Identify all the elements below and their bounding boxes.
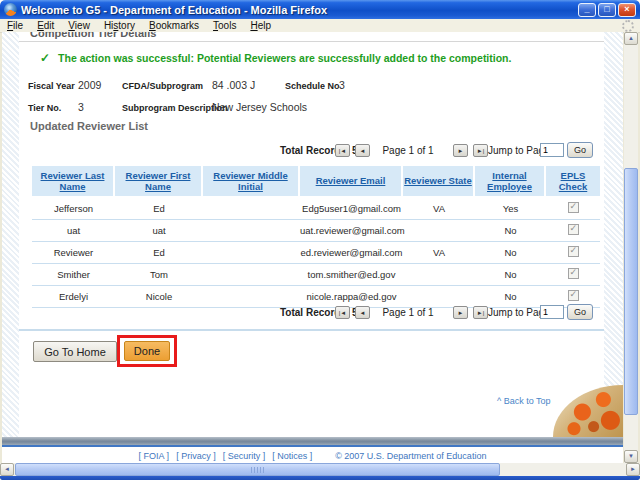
classroom-desks-image [553,385,623,437]
cell-first-name: Ed [115,198,203,219]
cell-email: Edg5user1@gmail.com [300,198,403,219]
table-header-row: Reviewer Last Name Reviewer First Name R… [32,166,600,196]
cfda-label: CFDA/Subprogram [122,81,203,91]
maximize-button[interactable]: □ [598,3,616,17]
vertical-scrollbar[interactable]: ▲ ▼ [624,32,638,463]
footer-link-privacy[interactable]: [ Privacy ] [176,451,216,461]
window-bottom-border [0,476,640,480]
jump-to-page-input[interactable] [540,143,564,157]
scroll-up-button[interactable]: ▲ [624,32,638,45]
table-row: Jefferson Ed Edg5user1@gmail.com VA Yes [32,198,600,220]
table-body: Jefferson Ed Edg5user1@gmail.com VA Yes … [32,198,600,308]
vertical-scrollbar-thumb[interactable] [624,168,638,415]
pager-first-button[interactable]: |◄ [335,144,350,157]
go-button[interactable]: Go [567,304,593,320]
bottom-gradient-bar [2,437,623,445]
cell-last-name: Smither [32,264,115,285]
epls-checkbox[interactable] [568,246,579,257]
divider [19,329,604,331]
page-indicator: Page 1 of 1 [378,145,438,156]
list-title: Updated Reviewer List [30,120,148,132]
cell-last-name: Jefferson [32,198,115,219]
minimize-button[interactable]: _ [578,3,596,17]
cell-internal-employee: No [475,220,546,241]
footer-link-security[interactable]: [ Security ] [223,451,266,461]
menu-item-history[interactable]: History [97,19,142,32]
table-row: uat uat uat.reviewer@gmail.com No [32,220,600,242]
cell-email: uat.reviewer@gmail.com [300,220,403,241]
column-header-reviewer-email[interactable]: Reviewer Email [300,166,403,196]
scroll-right-button[interactable]: ► [626,463,640,476]
pagination-top: Total Records: 5 |◄ ◄ Page 1 of 1 ► ►| J… [2,142,623,160]
cell-first-name: Tom [115,264,203,285]
pager-last-button[interactable]: ►| [473,144,488,157]
column-header-reviewer-state[interactable]: Reviewer State [403,166,475,196]
pager-last-button[interactable]: ►| [473,306,488,319]
done-button[interactable]: Done [124,341,170,361]
throbber-icon [622,20,634,32]
scroll-left-button[interactable]: ◄ [0,463,14,476]
left-stripe-decoration [2,32,19,437]
cell-email: ed.reviewer@gmail.com [300,242,403,263]
menu-bar: FileEditViewHistoryBookmarksToolsHelp [0,19,640,33]
scroll-down-button[interactable]: ▼ [624,450,638,463]
pager-prev-button[interactable]: ◄ [355,144,370,157]
tier-no-label: Tier No. [28,103,61,113]
page-indicator: Page 1 of 1 [378,307,438,318]
horizontal-scrollbar[interactable]: ◄ ► [0,463,640,476]
check-icon: ✓ [40,51,50,65]
menu-item-tools[interactable]: Tools [206,19,243,32]
cell-state [403,264,475,285]
back-to-top-link[interactable]: ^ Back to Top [497,396,551,406]
cell-internal-employee: Yes [475,198,546,219]
title-bar[interactable]: Welcome to G5 - Department of Education … [0,0,640,19]
menu-item-edit[interactable]: Edit [30,19,61,32]
schedule-no-value: 3 [339,79,345,91]
cell-email: tom.smither@ed.gov [300,264,403,285]
pager-next-button[interactable]: ► [453,306,468,319]
fiscal-year-label: Fiscal Year [28,81,75,91]
menu-item-view[interactable]: View [61,19,97,32]
footer: [ FOIA ] [ Privacy ] [ Security ] [ Noti… [2,451,623,461]
column-header-reviewer-last-name[interactable]: Reviewer Last Name [32,166,115,196]
epls-checkbox[interactable] [568,268,579,279]
cell-first-name: uat [115,220,203,241]
pager-prev-button[interactable]: ◄ [355,306,370,319]
go-button[interactable]: Go [567,142,593,158]
schedule-no-label: Schedule No [285,81,340,91]
epls-checkbox[interactable] [568,224,579,235]
success-message: ✓The action was successful: Potential Re… [40,51,511,65]
pagination-bottom: Total Records: 5 |◄ ◄ Page 1 of 1 ► ►| J… [2,304,623,322]
epls-checkbox[interactable] [568,290,579,301]
browser-window: Welcome to G5 - Department of Education … [0,0,640,480]
section-title: Competition Tier Details [30,32,156,39]
copyright-text: © 2007 U.S. Department of Education [335,451,486,461]
cell-middle-initial [203,198,300,219]
epls-checkbox[interactable] [568,202,579,213]
cell-internal-employee: No [475,242,546,263]
pager-next-button[interactable]: ► [453,144,468,157]
subprogram-description-value: New Jersey Schools [212,101,307,113]
table-row: Smither Tom tom.smither@ed.gov No [32,264,600,286]
go-to-home-button[interactable]: Go To Home [33,341,117,362]
cell-last-name: Reviewer [32,242,115,263]
menu-item-file[interactable]: File [0,19,30,32]
column-header-reviewer-middle-initial[interactable]: Reviewer Middle Initial [203,166,300,196]
jump-to-page-input[interactable] [540,305,564,319]
horizontal-scrollbar-thumb[interactable] [15,463,500,476]
pager-first-button[interactable]: |◄ [335,306,350,319]
column-header-epls-check[interactable]: EPLS Check [546,166,600,196]
cell-middle-initial [203,264,300,285]
cell-state [403,220,475,241]
table-row: Reviewer Ed ed.reviewer@gmail.com VA No [32,242,600,264]
column-header-reviewer-first-name[interactable]: Reviewer First Name [115,166,203,196]
footer-link-notices[interactable]: [ Notices ] [272,451,312,461]
column-header-internal-employee[interactable]: Internal Employee [475,166,546,196]
close-button[interactable]: × [618,3,636,17]
cell-middle-initial [203,242,300,263]
menu-item-bookmarks[interactable]: Bookmarks [142,19,206,32]
footer-link-foia[interactable]: [ FOIA ] [139,451,170,461]
firefox-icon[interactable] [4,3,17,16]
cell-middle-initial [203,220,300,241]
menu-item-help[interactable]: Help [243,19,278,32]
